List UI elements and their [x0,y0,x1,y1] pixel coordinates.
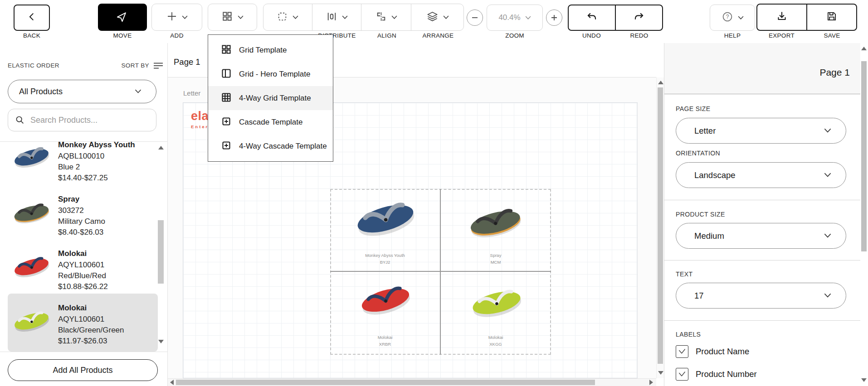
scroll-down-arrow[interactable] [158,340,164,343]
hero-split-icon [221,68,232,81]
sort-by-button[interactable]: SORT BY [109,62,163,71]
product-name-checkbox[interactable] [676,345,688,358]
product-list-item[interactable]: Molokai AQYL100601 Red/Blue/Red $10.88-$… [0,248,156,302]
export-button[interactable] [757,5,806,30]
chevron-down-icon [824,171,831,179]
save-button[interactable] [806,5,856,30]
canvas-product-top-left[interactable] [347,196,424,243]
menu-item-4-way-grid-template[interactable]: 4-Way Grid Template [208,86,333,110]
save-label: SAVE [807,32,857,39]
grid-2x2-icon [221,44,232,57]
product-list-scrollbar[interactable] [157,143,165,350]
canvas-item-name: Spray [441,252,551,259]
product-size-select[interactable]: Medium [676,223,846,249]
chevron-down-icon [391,13,397,21]
distribute-button[interactable] [312,4,361,30]
product-number: AQYL100601 [58,261,104,270]
scroll-right-arrow[interactable] [649,380,653,385]
select-button[interactable] [263,4,312,30]
help-button[interactable]: ? [710,5,755,31]
chevron-down-icon [824,127,831,135]
product-price: $14.40-$27.25 [58,174,108,183]
canvas-hscrollbar[interactable] [168,378,656,386]
template-dropdown-menu: Grid Template Grid - Hero Template 4-Way… [208,34,333,162]
scroll-up-arrow[interactable] [658,81,663,84]
product-list-item[interactable]: Monkey Abyss Youth AQBL100010 Blue 2 $14… [0,140,156,193]
edit-tools-group [263,4,464,31]
menu-item-label: Grid - Hero Template [239,70,310,79]
section-divider [664,260,860,261]
page-size-caption: Letter [183,89,200,97]
product-thumbnail [10,307,53,337]
canvas-item-code: MCM [441,259,551,265]
vscroll-thumb[interactable] [658,87,663,364]
menu-item-grid-template[interactable]: Grid Template [208,38,333,62]
zoom-in-button[interactable] [546,10,562,26]
tab-page-1[interactable]: Page 1 [174,57,200,67]
hscroll-thumb[interactable] [176,380,595,385]
add-all-label: Add All Products [53,366,112,375]
orientation-select[interactable]: Landscape [676,162,846,188]
page-size-label: PAGE SIZE [676,105,710,112]
checkmark-icon [678,370,687,379]
menu-item-grid-hero-template[interactable]: Grid - Hero Template [208,62,333,86]
zoom-value-dropdown[interactable]: 40.4% [487,5,543,31]
product-list-item[interactable]: Spray 303272 Military Camo $8.40-$26.03 [0,194,156,247]
template-button[interactable] [208,4,257,31]
product-filter-select[interactable]: All Products [8,80,156,103]
redo-button[interactable] [615,5,662,30]
panel-scrollbar[interactable] [860,43,868,386]
product-number: 303272 [58,206,84,215]
product-list-item-selected[interactable]: Molokai AQYL100601 Black/Green/Green $11… [0,303,156,352]
scroll-down-arrow[interactable] [658,371,663,375]
align-button[interactable] [361,4,411,30]
product-number: AQBL100010 [58,152,104,161]
product-number-checkbox[interactable] [676,368,688,381]
menu-item-cascade-template[interactable]: Cascade Template [208,110,333,134]
canvas-label-bottom-left: Molokai XRBR [330,334,440,347]
canvas-product-bottom-right[interactable] [463,284,531,324]
undo-button[interactable] [569,5,615,30]
scroll-down-arrow[interactable] [861,378,867,382]
zoom-out-button[interactable] [467,10,483,26]
text-size-select[interactable]: 17 [676,283,846,309]
page-size-select[interactable]: Letter [676,118,846,144]
move-tool-button[interactable] [98,4,147,31]
canvas-product-top-right[interactable] [460,203,531,245]
canvas-product-bottom-left[interactable] [351,281,419,321]
scroll-up-arrow[interactable] [158,146,164,150]
grid-3x3-icon [221,92,232,105]
scroll-up-arrow[interactable] [861,47,867,50]
chevron-down-icon [443,13,449,21]
menu-item-label: Cascade Template [239,118,303,127]
move-cursor-icon [117,10,128,24]
back-button[interactable] [14,5,50,31]
menu-item-4-way-cascade-template[interactable]: 4-Way Cascade Template [208,134,333,158]
canvas-vscrollbar[interactable] [656,77,664,378]
download-icon [776,10,788,24]
arrange-button[interactable] [411,4,464,30]
orientation-label: ORIENTATION [676,150,720,157]
product-price: $10.88-$26.22 [58,282,108,291]
redo-icon [633,11,645,24]
orientation-value: Landscape [694,170,736,180]
product-name-checkbox-label[interactable]: Product Name [696,347,749,357]
product-colorway: Blue 2 [58,163,80,172]
search-box[interactable]: Search Products... [8,109,156,131]
product-colorway: Black/Green/Green [58,326,124,335]
plus-square-icon [221,116,232,129]
product-name: Spray [58,195,79,204]
product-name: Molokai [58,304,87,313]
floppy-save-icon [826,10,838,24]
product-number-checkbox-label[interactable]: Product Number [696,369,757,379]
canvas-label-top-left: Monkey Abyss Youth BYJ2 [330,252,440,265]
scroll-left-arrow[interactable] [170,380,174,385]
canvas-item-code: XKGG [441,341,551,347]
add-button[interactable] [151,4,202,31]
list-scroll-thumb[interactable] [158,220,164,284]
product-size-value: Medium [694,231,724,241]
panel-scroll-thumb[interactable] [861,61,867,251]
plus-icon [166,11,177,24]
add-all-products-button[interactable]: Add All Products [8,359,158,381]
filter-value: All Products [19,87,63,96]
